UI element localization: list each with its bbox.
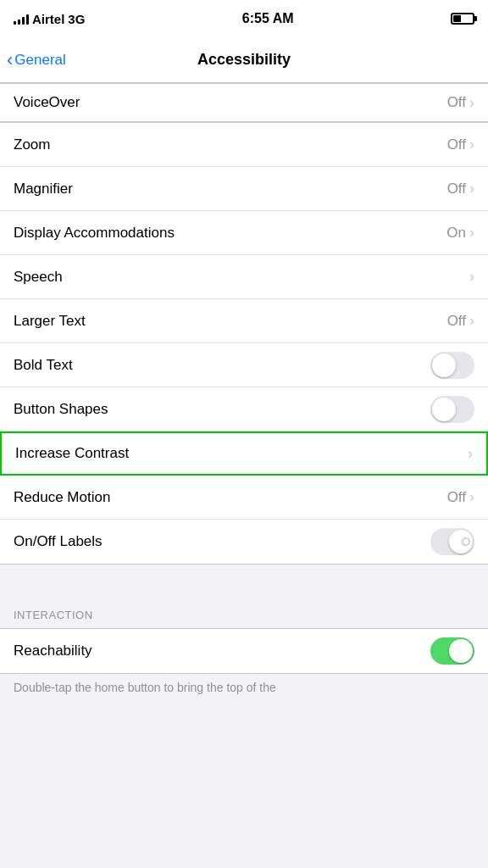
section-gap-interaction (0, 565, 488, 595)
list-item-increase-contrast[interactable]: Increase Contrast › (0, 431, 488, 476)
list-item-magnifier[interactable]: Magnifier Off › (0, 167, 488, 211)
status-right (451, 13, 474, 25)
item-right-zoom: Off › (447, 136, 474, 153)
item-label-reachability: Reachability (14, 643, 430, 659)
interaction-section-label: INTERACTION (0, 595, 488, 628)
item-label-voiceover: VoiceOver (14, 94, 447, 111)
toggle-reachability[interactable] (430, 637, 474, 665)
item-right-onoff-labels (430, 528, 474, 555)
list-group-interaction: Reachability (0, 628, 488, 674)
item-right-increase-contrast: › (468, 445, 473, 463)
signal-bar-3 (22, 17, 25, 25)
toggle-knob-onoff-labels (449, 530, 473, 554)
item-label-zoom: Zoom (14, 136, 447, 153)
list-item-display-accommodations[interactable]: Display Accommodations On › (0, 211, 488, 255)
chevron-icon-increase-contrast: › (468, 445, 473, 463)
item-label-bold-text: Bold Text (14, 357, 430, 374)
item-right-magnifier: Off › (447, 180, 474, 198)
chevron-icon-voiceover: › (469, 94, 474, 112)
signal-bar-4 (26, 14, 29, 25)
network-label: 3G (68, 12, 85, 26)
list-item-reachability[interactable]: Reachability (0, 629, 488, 673)
back-button[interactable]: ‹ General (7, 51, 66, 70)
item-value-voiceover: Off (447, 94, 466, 111)
signal-bar-1 (14, 21, 16, 25)
item-value-magnifier: Off (447, 181, 466, 198)
item-right-larger-text: Off › (447, 312, 474, 330)
toggle-onoff-labels[interactable] (430, 528, 474, 555)
chevron-icon-magnifier: › (469, 180, 474, 198)
list-group-top: VoiceOver Off › (0, 83, 488, 122)
content: VoiceOver Off › Zoom Off › Magnifier Off… (0, 83, 488, 708)
back-chevron-icon: ‹ (7, 51, 13, 70)
toggle-knob-button-shapes (432, 398, 456, 421)
battery-fill (453, 15, 461, 22)
chevron-icon-display-accommodations: › (469, 224, 474, 242)
list-item-onoff-labels[interactable]: On/Off Labels (0, 520, 488, 564)
page-title: Accessibility (197, 51, 291, 69)
item-value-larger-text: Off (447, 313, 466, 330)
signal-bars (14, 13, 29, 25)
item-right-reachability (430, 637, 474, 665)
list-item-zoom[interactable]: Zoom Off › (0, 123, 488, 167)
nav-bar: ‹ General Accessibility (0, 37, 488, 83)
toggle-knob-bold-text (432, 353, 456, 377)
carrier-label: Airtel (32, 12, 64, 26)
list-item-voiceover[interactable]: VoiceOver Off › (0, 84, 488, 121)
chevron-icon-zoom: › (469, 136, 474, 153)
item-label-larger-text: Larger Text (14, 313, 447, 330)
item-value-reduce-motion: Off (447, 489, 466, 506)
item-right-display-accommodations: On › (446, 224, 474, 242)
item-label-magnifier: Magnifier (14, 181, 447, 198)
item-right-speech: › (466, 268, 474, 286)
item-value-display-accommodations: On (446, 225, 466, 242)
item-right-button-shapes (430, 396, 474, 423)
section-footer: Double-tap the home button to bring the … (0, 674, 488, 708)
status-left: Airtel 3G (14, 12, 85, 26)
toggle-button-shapes[interactable] (430, 396, 474, 423)
item-right-voiceover: Off › (447, 94, 474, 112)
chevron-icon-reduce-motion: › (469, 488, 474, 506)
signal-bar-2 (18, 19, 20, 25)
list-item-button-shapes[interactable]: Button Shapes (0, 387, 488, 431)
list-item-reduce-motion[interactable]: Reduce Motion Off › (0, 476, 488, 520)
battery-icon (451, 13, 474, 25)
item-label-display-accommodations: Display Accommodations (14, 225, 446, 242)
list-item-bold-text[interactable]: Bold Text (0, 343, 488, 387)
item-value-zoom: Off (447, 136, 466, 153)
item-right-reduce-motion: Off › (447, 488, 474, 506)
list-item-speech[interactable]: Speech › (0, 255, 488, 299)
list-item-larger-text[interactable]: Larger Text Off › (0, 299, 488, 343)
item-label-button-shapes: Button Shapes (14, 401, 430, 418)
list-group-main: Zoom Off › Magnifier Off › Display Accom… (0, 122, 488, 565)
chevron-icon-speech: › (469, 268, 474, 286)
item-label-increase-contrast: Increase Contrast (15, 445, 468, 462)
chevron-icon-larger-text: › (469, 312, 474, 330)
time-label: 6:55 AM (242, 11, 294, 26)
item-label-speech: Speech (14, 269, 466, 286)
toggle-bold-text[interactable] (430, 352, 474, 379)
item-label-onoff-labels: On/Off Labels (14, 533, 430, 550)
status-bar: Airtel 3G 6:55 AM (0, 0, 488, 37)
back-label: General (14, 52, 65, 69)
item-right-bold-text (430, 352, 474, 379)
toggle-knob-reachability (449, 639, 473, 663)
item-label-reduce-motion: Reduce Motion (14, 489, 447, 506)
